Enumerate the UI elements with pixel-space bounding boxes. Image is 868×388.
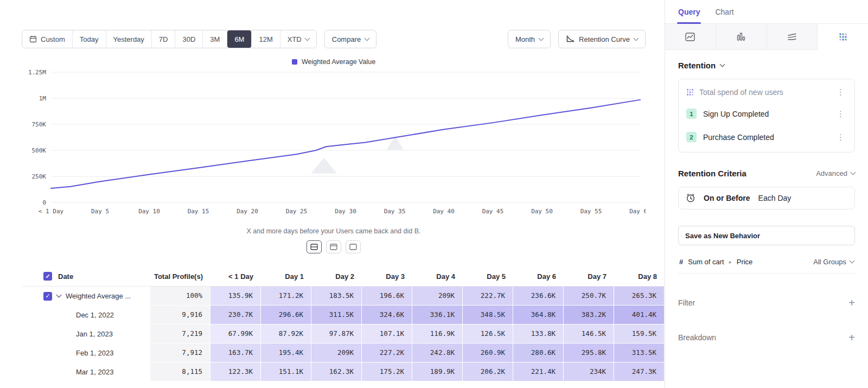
behavior-step-2[interactable]: 2 Purchase Completed ⋮ xyxy=(682,125,851,149)
clock-icon xyxy=(686,193,695,203)
retention-table: ✓DateTotal Profile(s)< 1 DayDay 1Day 2Da… xyxy=(22,266,665,381)
retention-value-cell: 296.6K xyxy=(261,306,311,325)
view-toggle-plain[interactable] xyxy=(346,240,361,253)
range-label: Yesterday xyxy=(113,35,144,43)
x-axis-tick: Day 50 xyxy=(531,208,553,215)
tab-chart[interactable]: Chart xyxy=(715,0,733,23)
column-header: Day 7 xyxy=(564,266,614,287)
row-checkbox[interactable]: ✓ xyxy=(43,292,52,301)
retention-value-cell: 163.7K xyxy=(210,344,261,362)
range-label: XTD xyxy=(288,35,302,43)
report-type-insights[interactable] xyxy=(665,24,716,50)
x-axis-tick: < 1 Day xyxy=(39,208,64,215)
kebab-menu-icon[interactable]: ⋮ xyxy=(834,87,847,97)
retention-value-cell: 295.8K xyxy=(564,344,614,362)
behavior-step-1[interactable]: 1 Sign Up Completed ⋮ xyxy=(682,102,851,125)
chevron-down-icon xyxy=(304,35,310,41)
row-checkbox[interactable]: ✓ xyxy=(43,272,52,281)
step-label: Purchase Completed xyxy=(703,133,774,142)
table-row-label: ✓Weighted Average ... xyxy=(22,287,150,306)
row-label-text: Feb 1, 2023 xyxy=(76,349,113,357)
range-button-today[interactable]: Today xyxy=(73,30,106,48)
report-type-funnels[interactable] xyxy=(716,24,767,50)
retention-value-cell: 195.4K xyxy=(261,344,311,362)
column-header: Day 1 xyxy=(261,266,311,287)
x-axis-tick: Day 25 xyxy=(286,208,308,215)
range-button-30d[interactable]: 30D xyxy=(175,30,203,48)
total-profiles-cell: 100% xyxy=(150,287,210,306)
retention-value-cell: 206.2K xyxy=(463,362,513,381)
retention-criteria-row: Retention Criteria Advanced xyxy=(678,169,855,178)
filter-section-row: Filter + xyxy=(678,297,855,308)
range-label: Custom xyxy=(41,35,65,43)
retention-value-cell: 107.1K xyxy=(362,325,412,344)
range-button-7d[interactable]: 7D xyxy=(152,30,176,48)
x-axis-tick: Day 10 xyxy=(138,208,160,215)
row-label-text: Mar 1, 2023 xyxy=(76,368,113,376)
retention-value-cell: 116.9K xyxy=(412,325,463,344)
measure-event-label: Sum of cart xyxy=(688,258,724,266)
measure-row[interactable]: # Sum of cart ▸ Price All Groups xyxy=(678,251,855,273)
behavior-header[interactable]: Total spend of new users ⋮ xyxy=(682,82,851,102)
x-axis-tick: Day 30 xyxy=(335,208,356,215)
retention-curve-line xyxy=(51,100,640,188)
retention-value-cell: 126.5K xyxy=(463,325,513,344)
all-groups-label: All Groups xyxy=(813,258,846,266)
step-label: Sign Up Completed xyxy=(703,110,769,118)
criteria-mode-dropdown[interactable]: Advanced xyxy=(816,169,855,177)
retention-value-cell: 189.9K xyxy=(412,362,463,381)
breakdown-label: Breakdown xyxy=(678,333,716,342)
view-toggle-split-rows[interactable] xyxy=(307,240,322,253)
chevron-down-icon xyxy=(720,62,725,67)
sidebar-content: Retention Total spend of new users ⋮ xyxy=(665,50,868,388)
retention-value-cell: 311.5K xyxy=(311,306,362,325)
report-type-retention[interactable] xyxy=(818,24,868,50)
add-filter-button[interactable]: + xyxy=(848,297,855,308)
timing-frequency-dropdown[interactable]: Each Day xyxy=(758,194,792,202)
retention-section-dropdown[interactable]: Retention xyxy=(678,61,855,70)
expand-chevron-icon[interactable] xyxy=(56,292,62,298)
range-button-xtd[interactable]: XTD xyxy=(280,30,316,48)
retention-value-cell: 348.5K xyxy=(463,306,513,325)
range-button-yesterday[interactable]: Yesterday xyxy=(106,30,152,48)
retention-value-cell: 247.3K xyxy=(614,362,665,381)
report-type-flows[interactable] xyxy=(767,24,818,50)
range-button-3m[interactable]: 3M xyxy=(203,30,227,48)
column-header: Day 4 xyxy=(412,266,463,287)
number-property-icon: # xyxy=(679,258,683,266)
retention-value-cell: 227.2K xyxy=(362,344,412,362)
save-as-new-behavior-button[interactable]: Save as New Behavior xyxy=(678,226,855,245)
range-button-6m[interactable]: 6M xyxy=(227,30,252,48)
behavior-card: Total spend of new users ⋮ 1 Sign Up Com… xyxy=(678,79,855,152)
table-row-label: Feb 1, 2023 xyxy=(22,344,150,362)
table-row-label: Dec 1, 2022 xyxy=(22,306,150,325)
all-groups-dropdown[interactable]: All Groups xyxy=(813,258,854,266)
bar-chart-icon xyxy=(737,33,745,41)
add-breakdown-button[interactable]: + xyxy=(848,332,855,343)
column-header-label: Date xyxy=(58,272,73,281)
granularity-button[interactable]: Month xyxy=(508,30,551,48)
table-row-label: Mar 1, 2023 xyxy=(22,362,150,381)
kebab-menu-icon[interactable]: ⋮ xyxy=(834,132,847,142)
table-row-label: Jan 1, 2023 xyxy=(22,325,150,344)
row-label-text: Weighted Average ... xyxy=(66,292,131,300)
insights-icon xyxy=(685,33,695,41)
table-view-toggles xyxy=(22,240,646,253)
retention-value-cell: 175.2K xyxy=(362,362,412,381)
x-axis-tick: Day 40 xyxy=(433,208,455,215)
range-button-custom[interactable]: Custom xyxy=(22,30,73,48)
tab-query[interactable]: Query xyxy=(678,0,700,23)
legend-label: Weighted Average Value xyxy=(302,58,375,66)
retention-line-plot: 0250K500K750K1M1.25M< 1 DayDay 5Day 10Da… xyxy=(22,66,646,224)
range-button-12m[interactable]: 12M xyxy=(252,30,280,48)
watermark-triangle xyxy=(311,157,337,173)
retention-criteria-heading: Retention Criteria xyxy=(678,169,746,178)
range-label: 7D xyxy=(159,35,168,43)
kebab-menu-icon[interactable]: ⋮ xyxy=(834,109,847,119)
compare-button[interactable]: Compare xyxy=(324,30,376,48)
timing-mode-dropdown[interactable]: On or Before xyxy=(704,194,750,202)
tab-query-label: Query xyxy=(678,8,700,16)
chart-type-button[interactable]: Retention Curve xyxy=(558,30,646,48)
view-toggle-header-row[interactable] xyxy=(326,240,341,253)
x-axis-tick: Day 15 xyxy=(188,208,209,215)
